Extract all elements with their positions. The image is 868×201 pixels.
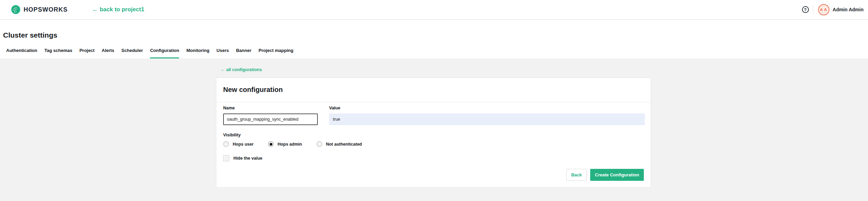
user-name[interactable]: Admin Admin [833,7,864,12]
card-header: New configuration [216,78,651,102]
tab-bar: Authentication Tag schemas Project Alert… [6,48,293,58]
card-title: New configuration [223,86,283,94]
hide-value-checkbox-row[interactable]: Hide the value [223,155,262,161]
hide-value-checkbox[interactable] [223,155,229,161]
brand[interactable]: HOPSWORKS [11,5,68,14]
radio-circle-icon[interactable] [223,141,229,147]
tab-authentication[interactable]: Authentication [6,48,37,58]
tab-project[interactable]: Project [79,48,94,58]
visibility-radio-group: Hops user Hops admin Not authenticated [223,141,376,147]
tab-alerts[interactable]: Alerts [102,48,114,58]
tab-monitoring[interactable]: Monitoring [186,48,209,58]
name-input[interactable] [223,113,318,125]
create-configuration-button[interactable]: Create Configuration [590,169,644,181]
tab-scheduler[interactable]: Scheduler [121,48,143,58]
tab-banner[interactable]: Banner [236,48,252,58]
visibility-label: Visibility [223,133,241,137]
new-configuration-card: New configuration Name Value Visibility … [216,78,651,188]
brand-name: HOPSWORKS [24,6,68,13]
radio-label: Hops user [233,142,254,147]
tab-configuration[interactable]: Configuration [150,48,179,58]
page-title: Cluster settings [3,31,57,39]
question-mark-icon[interactable]: ? [802,6,809,13]
radio-not-authenticated[interactable]: Not authenticated [316,141,362,147]
top-bar-right: ? A A Admin Admin [802,4,864,15]
content-area: ← all configurations New configuration N… [0,58,868,201]
all-configurations-link[interactable]: ← all configurations [221,67,262,72]
value-input[interactable] [329,113,645,125]
back-button[interactable]: Back [566,169,587,181]
hopsworks-logo-icon [11,5,20,14]
hide-value-label: Hide the value [233,156,262,161]
tab-users[interactable]: Users [217,48,229,58]
top-bar: HOPSWORKS ← back to project1 ? A A Admin… [0,0,868,19]
topbar-divider [813,5,813,14]
tab-project-mapping[interactable]: Project mapping [259,48,294,58]
tab-tag-schemas[interactable]: Tag schemas [44,48,72,58]
radio-hops-admin[interactable]: Hops admin [268,141,302,147]
value-label: Value [329,106,340,110]
name-label: Name [223,106,235,110]
back-to-project-link[interactable]: ← back to project1 [92,6,144,13]
avatar[interactable]: A A [818,4,829,15]
radio-hops-user[interactable]: Hops user [223,141,254,147]
radio-label: Hops admin [277,142,302,147]
radio-label: Not authenticated [326,142,362,147]
button-row: Back Create Configuration [566,169,644,181]
page-head: Cluster settings Authentication Tag sche… [0,20,868,58]
radio-circle-icon[interactable] [316,141,322,147]
radio-circle-icon[interactable] [268,141,274,147]
